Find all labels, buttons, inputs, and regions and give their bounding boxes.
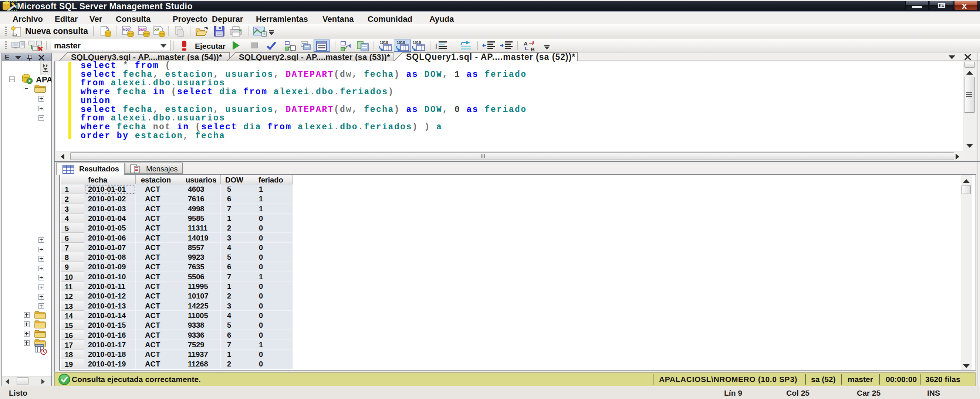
svg-text:MDX: MDX xyxy=(123,28,130,32)
svg-text:XM: XM xyxy=(154,28,159,32)
svg-text:B: B xyxy=(531,46,535,52)
svg-text:A: A xyxy=(523,40,528,46)
svg-text:DMX: DMX xyxy=(139,28,146,32)
